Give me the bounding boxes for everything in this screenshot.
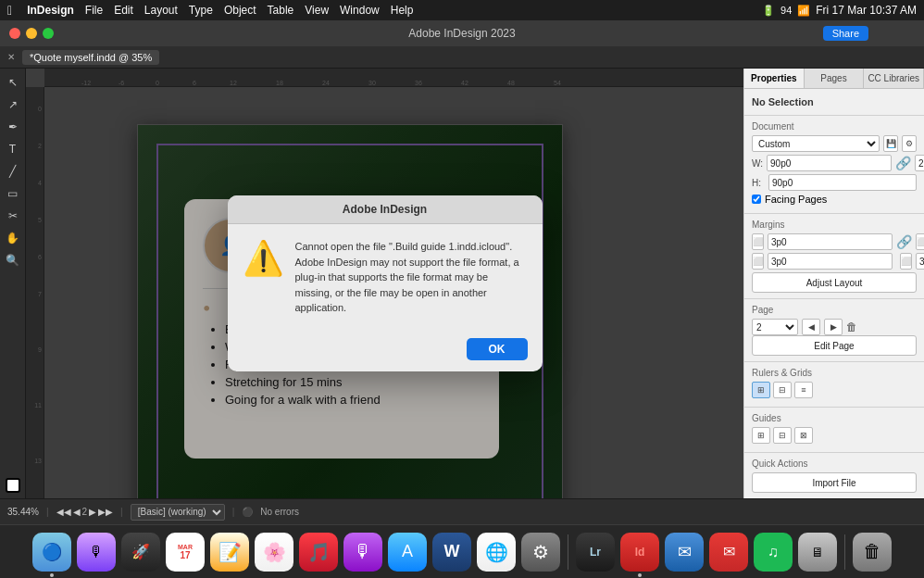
battery-level: 94 bbox=[780, 5, 792, 16]
dock: 🔵 🎙 🚀 MAR17 📝 🌸 🎵 🎙 A W 🌐 ⚙ Lr Id ✉ ✉ ♫ … bbox=[0, 524, 924, 578]
dock-photos[interactable]: 🌸 bbox=[255, 533, 293, 572]
prev-page-button[interactable]: ◀ bbox=[802, 319, 820, 335]
margin-bottom-input[interactable] bbox=[768, 253, 893, 270]
menu-table[interactable]: Table bbox=[268, 4, 294, 17]
dock-music[interactable]: 🎵 bbox=[299, 533, 338, 572]
tab-properties[interactable]: Properties bbox=[744, 69, 805, 88]
baseline-button[interactable]: ≡ bbox=[794, 382, 813, 398]
next-page-button[interactable]: ▶ bbox=[89, 507, 96, 517]
margin-top-icon[interactable]: ⬜ bbox=[752, 233, 764, 250]
tab-close-icon[interactable]: ✕ bbox=[7, 52, 15, 62]
dialog-title: Adobe InDesign bbox=[228, 195, 543, 224]
menubar-right: 🔋 94 📶 Fri 17 Mar 10:37 AM bbox=[762, 4, 917, 17]
app-title: Adobe InDesign 2023 bbox=[408, 27, 515, 40]
selection-tool[interactable]: ↖ bbox=[3, 72, 23, 93]
menu-object[interactable]: Object bbox=[224, 4, 256, 17]
dock-mail-2[interactable]: ✉ bbox=[709, 533, 748, 572]
dock-siri[interactable]: 🎙 bbox=[77, 533, 116, 572]
link-margins-button[interactable]: 🔗 bbox=[896, 234, 912, 249]
facing-pages-label: Facing Pages bbox=[765, 194, 827, 205]
menu-view[interactable]: View bbox=[305, 4, 329, 17]
document-section: Document Custom 💾 ⚙ W: 🔗 H: Facing Pa bbox=[744, 116, 924, 214]
left-toolbar: ↖ ↗ ✒ T ╱ ▭ ✂ ✋ 🔍 bbox=[0, 69, 26, 498]
dock-appstore[interactable]: A bbox=[388, 533, 427, 572]
adjust-button[interactable]: ⚙ bbox=[902, 135, 917, 152]
margins-top-row: ⬜ 🔗 ⬜ bbox=[752, 233, 917, 250]
current-page: 2 bbox=[82, 507, 88, 517]
pen-tool[interactable]: ✒ bbox=[3, 117, 23, 137]
menu-window[interactable]: Window bbox=[340, 4, 380, 17]
menu-type[interactable]: Type bbox=[189, 4, 213, 17]
pages-input[interactable] bbox=[915, 155, 924, 171]
canvas-area[interactable]: -12 -6 0 6 12 18 24 30 36 42 48 54 0 2 4… bbox=[26, 69, 743, 498]
import-file-button[interactable]: Import File bbox=[752, 472, 917, 493]
dock-chrome[interactable]: 🌐 bbox=[477, 533, 516, 572]
style-select[interactable]: [Basic] (working) bbox=[131, 504, 225, 521]
margin-left-icon[interactable]: ⬜ bbox=[900, 253, 912, 270]
tab-cc-libraries[interactable]: CC Libraries bbox=[864, 69, 924, 88]
dock-mail-1[interactable]: ✉ bbox=[665, 533, 704, 572]
menu-file[interactable]: File bbox=[85, 4, 103, 17]
no-selection-label: No Selection bbox=[752, 94, 917, 109]
dock-indesign[interactable]: Id bbox=[620, 533, 659, 572]
dock-finder[interactable]: 🔵 bbox=[32, 533, 71, 572]
save-preset-button[interactable]: 💾 bbox=[883, 135, 898, 152]
dock-storage[interactable]: 🖥 bbox=[798, 533, 837, 572]
menu-help[interactable]: Help bbox=[391, 4, 414, 17]
status-bar: 35.44% | ◀◀ ◀ 2 ▶ ▶▶ | [Basic] (working)… bbox=[0, 498, 924, 524]
margin-top-input[interactable] bbox=[768, 233, 893, 250]
last-page-button[interactable]: ▶▶ bbox=[98, 507, 113, 517]
minimize-button[interactable] bbox=[26, 28, 37, 39]
dock-launchpad[interactable]: 🚀 bbox=[121, 533, 160, 572]
guides-btn-3[interactable]: ⊠ bbox=[794, 427, 813, 444]
grid-button[interactable]: ⊟ bbox=[773, 382, 792, 398]
adjust-layout-button[interactable]: Adjust Layout bbox=[752, 272, 917, 293]
line-tool[interactable]: ╱ bbox=[3, 161, 23, 182]
prev-page-button[interactable]: ◀ bbox=[73, 507, 81, 517]
margin-right-icon[interactable]: ⬜ bbox=[916, 233, 924, 250]
width-input[interactable] bbox=[767, 155, 892, 171]
first-page-button[interactable]: ◀◀ bbox=[56, 507, 71, 517]
facing-pages-row: Facing Pages bbox=[752, 194, 917, 205]
document-preset-select[interactable]: Custom bbox=[752, 135, 880, 152]
fill-color[interactable] bbox=[6, 478, 20, 493]
facing-pages-checkbox[interactable] bbox=[752, 195, 761, 204]
page-number-row: 2 ◀ ▶ 🗑 bbox=[752, 319, 917, 335]
link-dimensions-button[interactable]: 🔗 bbox=[895, 156, 911, 170]
dock-lightroom[interactable]: Lr bbox=[576, 533, 615, 572]
maximize-button[interactable] bbox=[43, 28, 54, 39]
dock-calendar[interactable]: MAR17 bbox=[166, 533, 205, 572]
edit-page-button[interactable]: Edit Page bbox=[752, 335, 917, 356]
type-tool[interactable]: T bbox=[3, 139, 23, 159]
height-input[interactable] bbox=[768, 174, 917, 191]
rulers-button[interactable]: ⊞ bbox=[752, 382, 770, 398]
guides-btn-1[interactable]: ⊞ bbox=[752, 427, 770, 444]
dialog-ok-button[interactable]: OK bbox=[467, 338, 528, 360]
scissors-tool[interactable]: ✂ bbox=[3, 206, 23, 226]
menu-layout[interactable]: Layout bbox=[144, 4, 178, 17]
direct-select-tool[interactable]: ↗ bbox=[3, 94, 23, 115]
dock-settings[interactable]: ⚙ bbox=[521, 533, 560, 572]
zoom-tool[interactable]: 🔍 bbox=[3, 250, 23, 270]
delete-page-button[interactable]: 🗑 bbox=[846, 320, 857, 333]
tab-pages[interactable]: Pages bbox=[805, 69, 865, 88]
warning-icon: ⚠️ bbox=[243, 239, 284, 316]
margin-bottom-icon[interactable]: ⬜ bbox=[752, 253, 764, 270]
dock-word[interactable]: W bbox=[432, 533, 471, 572]
next-page-button[interactable]: ▶ bbox=[824, 319, 843, 335]
share-button[interactable]: Share bbox=[823, 26, 868, 41]
page-number-select[interactable]: 2 bbox=[752, 319, 798, 335]
margins-bottom-row: ⬜ ⬜ bbox=[752, 253, 917, 270]
dock-trash[interactable]: 🗑 bbox=[853, 533, 892, 572]
dock-spotify[interactable]: ♫ bbox=[754, 533, 793, 572]
rectangle-tool[interactable]: ▭ bbox=[3, 183, 23, 204]
document-tab[interactable]: *Quote myself.indd @ 35% bbox=[22, 50, 159, 65]
apple-menu[interactable]:  bbox=[7, 3, 12, 18]
dock-podcasts[interactable]: 🎙 bbox=[343, 533, 382, 572]
margin-left-input[interactable] bbox=[916, 253, 924, 270]
dock-notes[interactable]: 📝 bbox=[210, 533, 249, 572]
hand-tool[interactable]: ✋ bbox=[3, 228, 23, 248]
guides-btn-2[interactable]: ⊟ bbox=[773, 427, 792, 444]
menu-edit[interactable]: Edit bbox=[114, 4, 133, 17]
close-button[interactable] bbox=[9, 28, 20, 39]
